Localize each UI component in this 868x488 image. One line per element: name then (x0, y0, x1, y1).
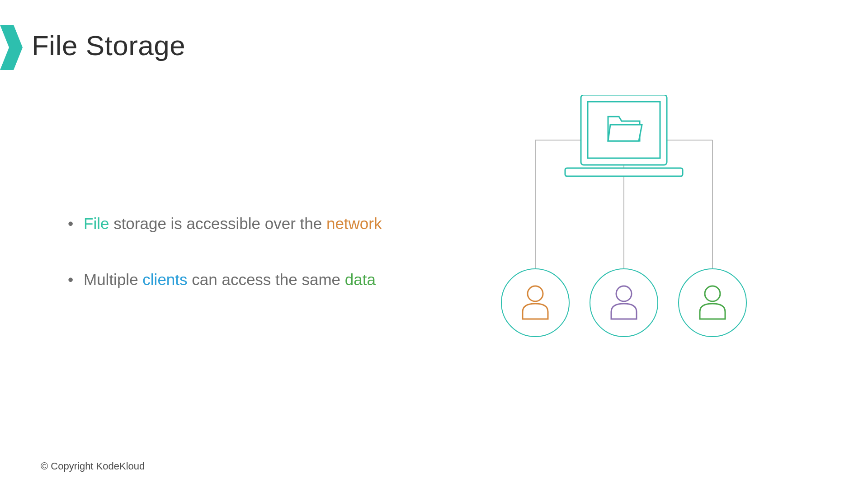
bullet-list: File storage is accessible over the netw… (84, 212, 382, 324)
bullet-2: Multiple clients can access the same dat… (84, 268, 382, 291)
page-title: File Storage (32, 29, 185, 61)
bullet-2-pre: Multiple (84, 271, 142, 288)
word-file: File (84, 215, 109, 232)
svg-point-9 (501, 269, 569, 337)
server-laptop-icon (565, 95, 683, 176)
word-clients: clients (142, 271, 187, 288)
client-2-icon (590, 269, 658, 337)
copyright-text: © Copyright KodeKloud (41, 460, 145, 472)
network-diagram (497, 95, 750, 339)
svg-point-13 (679, 269, 746, 337)
client-3-icon (679, 269, 746, 337)
chevron-icon (0, 25, 23, 72)
bullet-2-mid: can access the same (188, 271, 345, 288)
word-network: network (326, 215, 382, 232)
svg-marker-0 (0, 25, 23, 70)
client-1-icon (501, 269, 569, 337)
svg-rect-8 (565, 168, 683, 176)
bullet-1: File storage is accessible over the netw… (84, 212, 382, 235)
svg-point-11 (590, 269, 658, 337)
bullet-1-mid: storage is accessible over the (109, 215, 326, 232)
word-data: data (345, 271, 376, 288)
